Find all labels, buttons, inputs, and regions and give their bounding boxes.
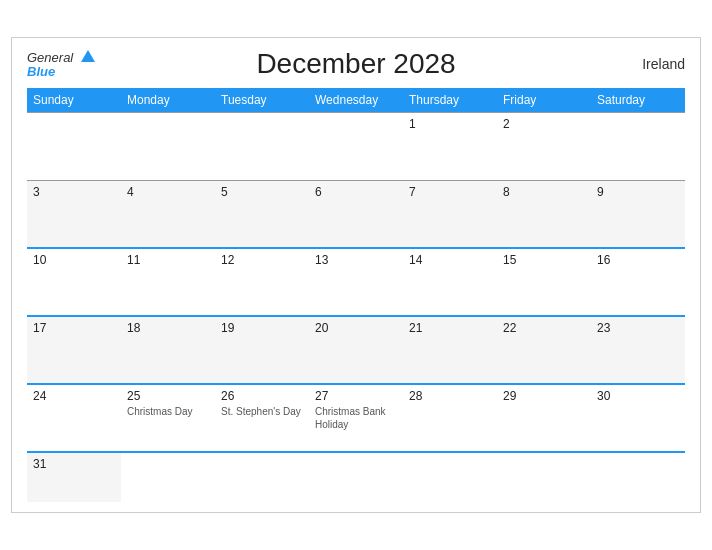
calendar-cell: 16: [591, 248, 685, 316]
day-number: 22: [503, 321, 585, 335]
day-number: 29: [503, 389, 585, 403]
day-number: 9: [597, 185, 679, 199]
calendar-body: 1234567891011121314151617181920212223242…: [27, 112, 685, 502]
calendar-cell: [309, 112, 403, 180]
day-number: 19: [221, 321, 303, 335]
calendar-cell: 1: [403, 112, 497, 180]
day-number: 26: [221, 389, 303, 403]
day-number: 16: [597, 253, 679, 267]
day-number: 8: [503, 185, 585, 199]
calendar-cell: 15: [497, 248, 591, 316]
calendar-grid: Sunday Monday Tuesday Wednesday Thursday…: [27, 88, 685, 503]
calendar-cell: 21: [403, 316, 497, 384]
day-number: 31: [33, 457, 115, 471]
header-monday: Monday: [121, 88, 215, 113]
calendar-title: December 2028: [256, 48, 455, 80]
day-number: 4: [127, 185, 209, 199]
calendar-cell: 23: [591, 316, 685, 384]
calendar-header: General Blue December 2028 Ireland: [27, 48, 685, 80]
calendar-cell: 10: [27, 248, 121, 316]
day-number: 13: [315, 253, 397, 267]
day-number: 17: [33, 321, 115, 335]
calendar-cell: 22: [497, 316, 591, 384]
day-number: 6: [315, 185, 397, 199]
calendar-cell: [309, 452, 403, 502]
country-label: Ireland: [642, 56, 685, 72]
logo-triangle-icon: [81, 50, 95, 62]
calendar-cell: 3: [27, 180, 121, 248]
calendar-cell: 18: [121, 316, 215, 384]
holiday-name: Christmas Day: [127, 405, 209, 418]
calendar-cell: [121, 112, 215, 180]
calendar-cell: 5: [215, 180, 309, 248]
calendar-cell: [27, 112, 121, 180]
calendar-cell: 31: [27, 452, 121, 502]
calendar-cell: 24: [27, 384, 121, 452]
header-thursday: Thursday: [403, 88, 497, 113]
day-number: 1: [409, 117, 491, 131]
calendar-cell: 9: [591, 180, 685, 248]
calendar-cell: 20: [309, 316, 403, 384]
calendar-week-row: 10111213141516: [27, 248, 685, 316]
calendar-week-row: 31: [27, 452, 685, 502]
calendar-cell: 12: [215, 248, 309, 316]
header-tuesday: Tuesday: [215, 88, 309, 113]
day-number: 18: [127, 321, 209, 335]
calendar-week-row: 3456789: [27, 180, 685, 248]
day-number: 20: [315, 321, 397, 335]
header-sunday: Sunday: [27, 88, 121, 113]
logo: General Blue: [27, 48, 95, 80]
logo-blue: Blue: [27, 65, 95, 79]
calendar-cell: 7: [403, 180, 497, 248]
calendar-cell: [215, 452, 309, 502]
calendar-cell: [121, 452, 215, 502]
calendar-week-row: 17181920212223: [27, 316, 685, 384]
calendar-cell: 19: [215, 316, 309, 384]
calendar-cell: [403, 452, 497, 502]
day-number: 12: [221, 253, 303, 267]
day-number: 10: [33, 253, 115, 267]
calendar-cell: 29: [497, 384, 591, 452]
logo-general: General: [27, 48, 95, 66]
calendar-cell: [215, 112, 309, 180]
day-number: 21: [409, 321, 491, 335]
calendar-week-row: 12: [27, 112, 685, 180]
calendar-cell: 27Christmas Bank Holiday: [309, 384, 403, 452]
holiday-name: Christmas Bank Holiday: [315, 405, 397, 431]
day-number: 24: [33, 389, 115, 403]
day-number: 28: [409, 389, 491, 403]
calendar-container: General Blue December 2028 Ireland Sunda…: [11, 37, 701, 514]
calendar-cell: 13: [309, 248, 403, 316]
day-number: 30: [597, 389, 679, 403]
calendar-cell: 30: [591, 384, 685, 452]
day-number: 3: [33, 185, 115, 199]
calendar-cell: 4: [121, 180, 215, 248]
header-wednesday: Wednesday: [309, 88, 403, 113]
calendar-cell: 11: [121, 248, 215, 316]
calendar-cell: 28: [403, 384, 497, 452]
calendar-cell: [497, 452, 591, 502]
day-number: 14: [409, 253, 491, 267]
day-number: 7: [409, 185, 491, 199]
calendar-cell: 8: [497, 180, 591, 248]
day-number: 25: [127, 389, 209, 403]
calendar-cell: 6: [309, 180, 403, 248]
calendar-cell: [591, 452, 685, 502]
weekday-header-row: Sunday Monday Tuesday Wednesday Thursday…: [27, 88, 685, 113]
day-number: 11: [127, 253, 209, 267]
day-number: 27: [315, 389, 397, 403]
day-number: 23: [597, 321, 679, 335]
calendar-cell: 2: [497, 112, 591, 180]
day-number: 5: [221, 185, 303, 199]
calendar-cell: [591, 112, 685, 180]
calendar-cell: 14: [403, 248, 497, 316]
header-friday: Friday: [497, 88, 591, 113]
day-number: 15: [503, 253, 585, 267]
calendar-cell: 17: [27, 316, 121, 384]
holiday-name: St. Stephen's Day: [221, 405, 303, 418]
calendar-cell: 25Christmas Day: [121, 384, 215, 452]
header-saturday: Saturday: [591, 88, 685, 113]
day-number: 2: [503, 117, 585, 131]
calendar-week-row: 2425Christmas Day26St. Stephen's Day27Ch…: [27, 384, 685, 452]
calendar-cell: 26St. Stephen's Day: [215, 384, 309, 452]
